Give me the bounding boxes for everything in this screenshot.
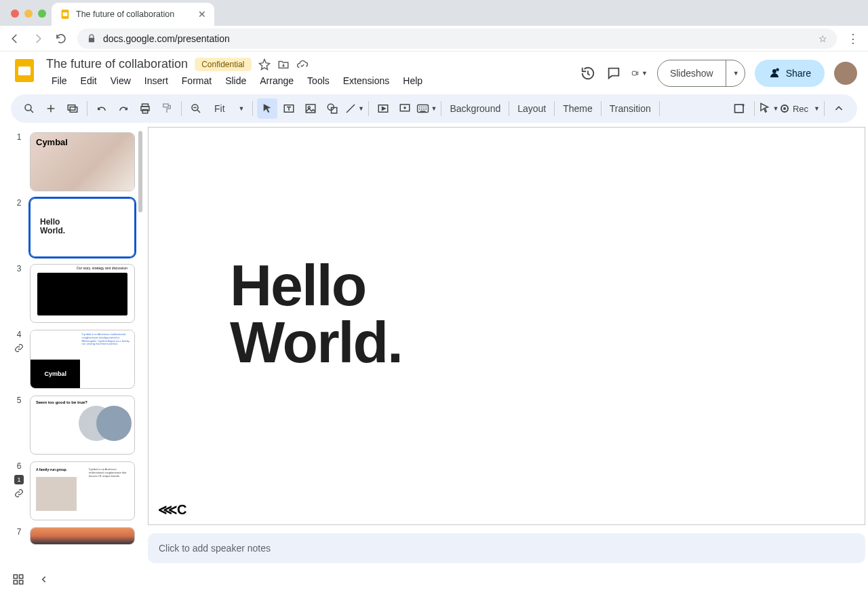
chevron-down-icon: ▼ [772,105,778,112]
close-tab-icon[interactable]: ✕ [198,9,206,20]
redo-icon[interactable] [113,98,134,119]
zoom-tool-icon[interactable] [186,98,206,119]
address-bar[interactable]: docs.google.com/presentation ☆ [77,28,837,49]
scrollbar-thumb[interactable] [138,131,142,212]
menu-view[interactable]: View [105,73,136,89]
document-title[interactable]: The future of collaboration [46,57,188,71]
toolbar-divider [824,101,825,116]
linked-slide-icon [14,488,24,498]
svg-rect-4 [632,71,636,75]
video-insert-icon[interactable] [373,98,393,119]
collapse-filmstrip-icon[interactable] [39,575,49,584]
undo-icon[interactable] [92,98,112,119]
reload-button[interactable] [54,32,68,45]
account-avatar[interactable] [834,62,857,85]
background-button[interactable]: Background [446,103,505,114]
search-menus-icon[interactable] [19,98,39,119]
maximize-window-icon[interactable] [38,9,46,18]
window-controls [7,9,52,26]
print-icon[interactable] [135,98,155,119]
slide-thumbnail-6[interactable]: A family-run group.Cymbal is an American… [30,461,135,520]
forward-button[interactable] [31,32,45,45]
svg-rect-3 [18,66,31,75]
input-tools-icon[interactable]: ▼ [416,98,437,119]
image-generate-icon[interactable] [730,98,750,119]
slide-thumbnail-5[interactable]: Seem too good to be true? [30,396,135,455]
slide-thumbnail-7[interactable] [30,527,135,545]
browser-tab[interactable]: The future of collaboration ✕ [52,3,214,26]
slide-canvas[interactable]: Hello World. ⋘C [148,127,865,525]
svg-rect-17 [332,108,337,113]
select-tool-icon[interactable] [257,98,277,119]
comment-insert-icon[interactable] [395,98,415,119]
back-button[interactable] [8,32,22,45]
tab-title: The future of collaboration [76,9,174,19]
menu-insert[interactable]: Insert [139,73,174,89]
star-icon[interactable] [258,58,271,71]
speaker-notes-input[interactable]: Click to add speaker notes [148,533,865,563]
svg-rect-21 [734,104,743,113]
slide-title-text[interactable]: Hello World. [230,256,402,371]
record-button[interactable]: Rec▼ [781,104,820,114]
slides-logo-icon[interactable] [11,57,38,84]
meet-camera-button[interactable]: ▼ [631,65,648,81]
slide-corner-logo: ⋘C [158,501,186,518]
version-history-icon[interactable] [580,65,596,81]
theme-button[interactable]: Theme [559,103,597,114]
slide-thumbnail-1[interactable]: Cymbal [30,132,135,191]
comments-icon[interactable] [606,65,622,81]
cloud-saved-icon[interactable] [296,58,309,71]
collapse-toolbar-icon[interactable] [829,98,849,119]
textbox-tool-icon[interactable] [279,98,299,119]
chevron-down-icon: ▼ [814,105,820,112]
menu-format[interactable]: Format [176,73,217,89]
share-button[interactable]: Share [755,60,825,87]
menu-extensions[interactable]: Extensions [338,73,395,89]
move-folder-icon[interactable] [277,58,290,71]
transition-button[interactable]: Transition [606,103,655,114]
close-window-icon[interactable] [11,9,19,18]
slide-thumbnail-3[interactable]: Our story, strategy and discussion [30,264,135,323]
people-icon [768,67,781,79]
zoom-select[interactable]: Fit▼ [208,103,248,115]
thumbnail-row: 3Our story, strategy and discussion [12,264,141,323]
menu-file[interactable]: File [46,73,73,89]
slide-filmstrip[interactable]: 1Cymbal2HelloWorld.3Our story, strategy … [0,127,144,566]
toolbar-divider [252,101,253,116]
record-label: Rec [793,104,808,114]
slideshow-dropdown[interactable]: ▼ [726,60,745,86]
svg-rect-23 [20,575,23,578]
new-slide-layout-icon[interactable] [62,98,83,119]
slide-thumbnail-4[interactable]: CymbalCymbal is an American multinationa… [30,330,135,389]
lock-icon [87,34,96,43]
image-tool-icon[interactable] [300,98,321,119]
line-tool-icon[interactable]: ▼ [344,98,364,119]
menu-help[interactable]: Help [397,73,428,89]
menu-slide[interactable]: Slide [220,73,252,89]
new-slide-icon[interactable] [41,98,61,119]
zoom-value: Fit [214,103,225,114]
menu-edit[interactable]: Edit [75,73,102,89]
layout-button[interactable]: Layout [513,103,550,114]
thumbnail-row: 2HelloWorld. [12,198,141,257]
record-icon [781,104,789,113]
comment-count-badge[interactable]: 1 [14,475,24,484]
slides-favicon-icon [60,9,71,20]
grid-view-icon[interactable] [12,573,24,586]
linked-slide-icon [14,343,24,353]
slide-number: 2 [17,198,22,208]
shape-tool-icon[interactable] [322,98,342,119]
toolbar-divider [601,101,601,116]
menu-tools[interactable]: Tools [302,73,335,89]
svg-rect-24 [14,581,17,584]
minimize-window-icon[interactable] [24,9,33,18]
menu-arrange[interactable]: Arrange [254,73,299,89]
slideshow-button[interactable]: Slideshow [658,60,726,86]
paint-format-icon[interactable] [157,98,177,119]
pointer-tool-icon[interactable]: ▼ [759,98,779,119]
slide-number: 4 [17,330,22,339]
browser-tab-strip: The future of collaboration ✕ [0,0,868,26]
bookmark-star-icon[interactable]: ☆ [818,33,827,44]
browser-menu-icon[interactable]: ⋮ [846,31,860,46]
slide-thumbnail-2[interactable]: HelloWorld. [30,198,135,257]
